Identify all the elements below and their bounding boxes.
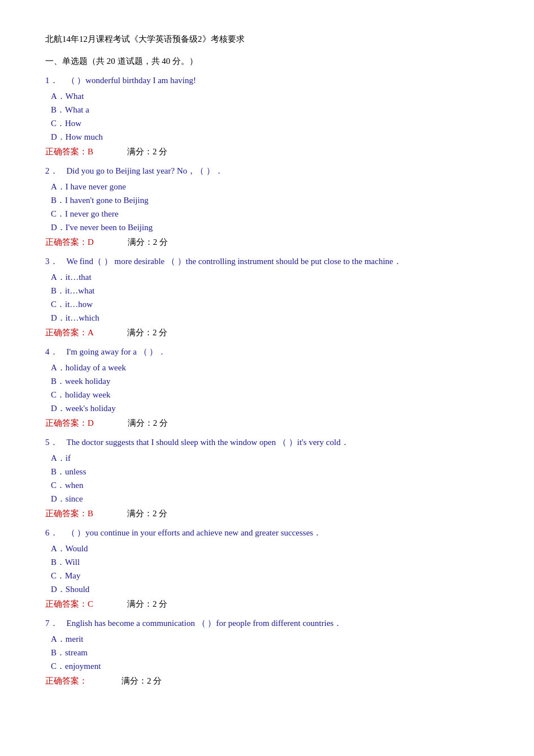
score-text: 满分：2 分 xyxy=(127,599,167,608)
score-text: 满分：2 分 xyxy=(127,328,167,337)
option-item: A．holiday of a week xyxy=(51,361,489,374)
question-block: 5． The doctor suggests that I should sle… xyxy=(45,435,489,520)
question-block: 2． Did you go to Beijing last year? No，（… xyxy=(45,164,489,249)
question-block: 4． I'm going away for a （ ）．A．holiday of… xyxy=(45,345,489,430)
answer-text: 正确答案：D xyxy=(45,418,94,427)
option-item: D．I've never been to Beijing xyxy=(51,221,489,234)
answer-line: 正确答案： 满分：2 分 xyxy=(45,674,489,688)
score-text: 满分：2 分 xyxy=(127,147,167,156)
option-item: B．week holiday xyxy=(51,374,489,388)
option-item: B．it…what xyxy=(51,284,489,297)
option-item: C．How xyxy=(51,116,489,130)
questions-container: 1． （ ）wonderful birthday I am having!A．W… xyxy=(45,74,489,688)
answer-line: 正确答案：B 满分：2 分 xyxy=(45,145,489,158)
question-text: 2． Did you go to Beijing last year? No，（… xyxy=(45,164,489,178)
option-item: C．enjoyment xyxy=(51,659,489,673)
answer-line: 正确答案：B 满分：2 分 xyxy=(45,507,489,520)
option-item: D．it…which xyxy=(51,311,489,325)
answer-text: 正确答案：A xyxy=(45,328,93,337)
answer-line: 正确答案：C 满分：2 分 xyxy=(45,597,489,611)
question-text: 5． The doctor suggests that I should sle… xyxy=(45,435,489,449)
option-item: D．week's holiday xyxy=(51,401,489,415)
answer-line: 正确答案：D 满分：2 分 xyxy=(45,416,489,430)
answer-line: 正确答案：A 满分：2 分 xyxy=(45,326,489,339)
option-item: A．it…that xyxy=(51,270,489,284)
question-block: 6． （ ）you continue in your efforts and a… xyxy=(45,526,489,611)
question-block: 1． （ ）wonderful birthday I am having!A．W… xyxy=(45,74,489,158)
option-item: B．I haven't gone to Beijing xyxy=(51,193,489,207)
question-text: 1． （ ）wonderful birthday I am having! xyxy=(45,74,489,87)
option-item: D．Should xyxy=(51,582,489,596)
option-item: A．What xyxy=(51,89,489,103)
option-item: A．I have never gone xyxy=(51,180,489,193)
option-item: D．How much xyxy=(51,130,489,144)
option-item: A．if xyxy=(51,451,489,465)
question-block: 7． English has become a communication （ … xyxy=(45,616,489,688)
answer-text: 正确答案：D xyxy=(45,237,94,247)
option-item: C．I never go there xyxy=(51,207,489,221)
score-text: 满分：2 分 xyxy=(127,509,167,518)
question-text: 6． （ ）you continue in your efforts and a… xyxy=(45,526,489,539)
option-item: B．Will xyxy=(51,555,489,569)
option-item: C．holiday week xyxy=(51,388,489,401)
question-text: 7． English has become a communication （ … xyxy=(45,616,489,630)
page-title: 北航14年12月课程考试《大学英语预备级2》考核要求 xyxy=(45,34,489,45)
option-item: D．since xyxy=(51,492,489,506)
question-text: 4． I'm going away for a （ ）． xyxy=(45,345,489,358)
section-header: 一、单选题（共 20 道试题，共 40 分。） xyxy=(45,56,489,67)
question-text: 3． We find（ ） more desirable （ ）the cont… xyxy=(45,254,489,268)
answer-text: 正确答案： xyxy=(45,676,88,685)
option-item: A．Would xyxy=(51,542,489,555)
score-text: 满分：2 分 xyxy=(128,418,168,427)
option-item: C．May xyxy=(51,569,489,582)
option-item: B．stream xyxy=(51,646,489,659)
option-item: A．merit xyxy=(51,632,489,646)
score-text: 满分：2 分 xyxy=(121,676,162,685)
score-text: 满分：2 分 xyxy=(128,237,168,247)
question-block: 3． We find（ ） more desirable （ ）the cont… xyxy=(45,254,489,339)
option-item: B．unless xyxy=(51,465,489,478)
option-item: C．it…how xyxy=(51,297,489,311)
answer-text: 正确答案：B xyxy=(45,147,93,156)
option-item: B．What a xyxy=(51,103,489,116)
option-item: C．when xyxy=(51,478,489,492)
answer-line: 正确答案：D 满分：2 分 xyxy=(45,235,489,249)
answer-text: 正确答案：B xyxy=(45,509,93,518)
answer-text: 正确答案：C xyxy=(45,599,93,608)
